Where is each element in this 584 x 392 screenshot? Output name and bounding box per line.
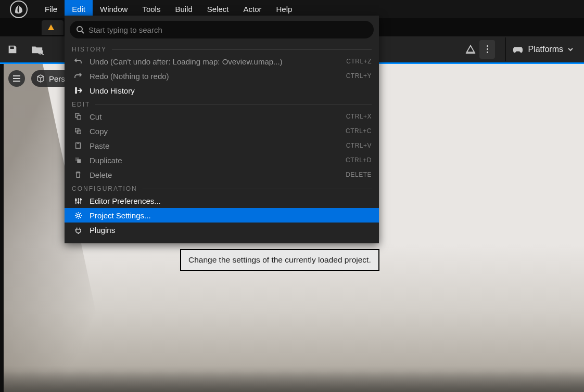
- menu-search[interactable]: [70, 21, 374, 38]
- menu-duplicate-label: Duplicate: [90, 156, 340, 165]
- platforms-label: Platforms: [528, 45, 563, 54]
- chevron-down-icon: [567, 46, 574, 53]
- svg-rect-13: [77, 159, 81, 163]
- menu-plugins[interactable]: Plugins: [65, 223, 379, 237]
- section-edit: EDIT: [65, 98, 379, 109]
- section-history-label: HISTORY: [72, 46, 107, 53]
- menu-undo-shortcut: CTRL+Z: [346, 58, 372, 65]
- menu-copy[interactable]: Copy CTRL+C: [65, 124, 379, 138]
- gear-icon: [72, 212, 84, 219]
- svg-rect-11: [77, 142, 79, 144]
- svg-line-2: [42, 53, 44, 55]
- section-history: HISTORY: [65, 43, 379, 54]
- menu-delete-label: Delete: [90, 171, 340, 179]
- menu-search-input[interactable]: [88, 25, 367, 34]
- undo-icon: [72, 57, 84, 66]
- svg-point-0: [10, 1, 27, 18]
- save-button[interactable]: [0, 38, 25, 60]
- menu-cut[interactable]: Cut CTRL+X: [65, 109, 379, 124]
- menu-editor-preferences-label: Editor Preferences...: [90, 197, 372, 205]
- menu-project-settings[interactable]: Project Settings...: [65, 208, 379, 223]
- menu-undo-history-label: Undo History: [90, 86, 366, 95]
- section-edit-label: EDIT: [72, 101, 90, 108]
- menu-delete-shortcut: DELETE: [346, 171, 372, 178]
- perspective-label: Pers: [49, 74, 65, 83]
- search-icon: [76, 25, 84, 34]
- duplicate-icon: [72, 156, 84, 164]
- plug-icon: [72, 226, 84, 234]
- svg-point-4: [77, 27, 82, 32]
- menu-redo-label: Redo (Nothing to redo): [90, 72, 341, 81]
- cube-icon: [36, 74, 45, 83]
- mode-icon: [465, 44, 476, 55]
- menu-redo-shortcut: CTRL+Y: [346, 72, 372, 80]
- menu-undo[interactable]: Undo (Can't undo after: Loading map: Ove…: [65, 54, 379, 69]
- svg-point-16: [80, 198, 82, 200]
- gamepad-icon: [512, 45, 524, 54]
- menu-editor-preferences[interactable]: Editor Preferences...: [65, 193, 379, 208]
- menu-plugins-label: Plugins: [90, 226, 372, 234]
- svg-line-5: [82, 31, 84, 33]
- menu-cut-shortcut: CTRL+X: [346, 113, 372, 120]
- paste-icon: [72, 142, 84, 149]
- viewport-options-button[interactable]: [8, 70, 25, 87]
- menu-file[interactable]: File: [37, 0, 65, 18]
- browse-button[interactable]: [25, 38, 50, 60]
- menu-cut-label: Cut: [90, 112, 341, 121]
- menu-copy-label: Copy: [90, 127, 340, 136]
- section-configuration: CONFIGURATION: [65, 182, 379, 193]
- cut-icon: [72, 113, 84, 120]
- menu-paste-label: Paste: [90, 141, 341, 150]
- menu-paste[interactable]: Paste CTRL+V: [65, 138, 379, 153]
- level-tab[interactable]: [42, 20, 64, 35]
- app-logo: [0, 0, 37, 18]
- svg-point-15: [77, 201, 79, 203]
- menu-undo-label: Undo (Can't undo after: Loading map: Ove…: [90, 57, 341, 66]
- menu-copy-shortcut: CTRL+C: [346, 127, 372, 135]
- menu-paste-shortcut: CTRL+V: [346, 142, 372, 149]
- svg-point-17: [77, 214, 80, 217]
- menu-redo[interactable]: Redo (Nothing to redo) CTRL+Y: [65, 69, 379, 83]
- svg-rect-7: [77, 115, 81, 119]
- undo-history-icon: [72, 86, 84, 95]
- section-configuration-label: CONFIGURATION: [72, 185, 137, 192]
- platforms-dropdown[interactable]: Platforms: [512, 45, 584, 54]
- menu-duplicate-shortcut: CTRL+D: [346, 156, 372, 164]
- menu-duplicate[interactable]: Duplicate CTRL+D: [65, 153, 379, 167]
- tooltip: Change the settings of the currently loa…: [180, 249, 379, 271]
- toolbar-overflow-button[interactable]: [479, 40, 495, 59]
- edit-menu-dropdown: HISTORY Undo (Can't undo after: Loading …: [65, 16, 379, 243]
- trash-icon: [72, 171, 84, 178]
- copy-icon: [72, 127, 84, 135]
- sliders-icon: [72, 197, 84, 205]
- menu-delete[interactable]: Delete DELETE: [65, 167, 379, 182]
- svg-point-14: [74, 199, 77, 201]
- menu-undo-history[interactable]: Undo History: [65, 83, 379, 98]
- menu-project-settings-label: Project Settings...: [90, 211, 372, 220]
- redo-icon: [72, 72, 84, 80]
